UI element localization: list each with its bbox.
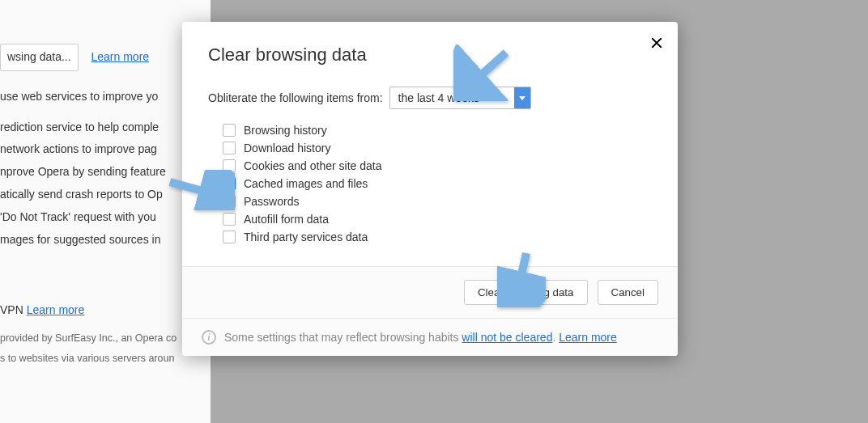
checkbox-passwords[interactable]: Passwords <box>223 195 652 208</box>
time-range-label: Obliterate the following items from: <box>208 91 383 104</box>
checkbox-input[interactable] <box>223 231 236 243</box>
modal-overlay: Clear browsing data Obliterate the follo… <box>0 0 868 423</box>
dialog-title: Clear browsing data <box>208 44 652 66</box>
close-icon <box>649 36 664 50</box>
will-not-be-cleared-link[interactable]: will not be cleared <box>462 331 552 344</box>
clear-options-list: Browsing history Download history Cookie… <box>223 124 652 243</box>
select-value: the last 4 weeks <box>398 91 479 104</box>
clear-browsing-data-dialog: Clear browsing data Obliterate the follo… <box>182 22 678 356</box>
time-range-select[interactable]: the last 4 weeks <box>389 87 531 109</box>
checkbox-label: Cached images and files <box>244 177 368 190</box>
info-prefix: Some settings that may reflect browsing … <box>224 331 462 344</box>
checkbox-label: Autofill form data <box>244 213 329 226</box>
checkbox-input[interactable] <box>223 124 236 137</box>
checkbox-cached-images[interactable]: Cached images and files <box>223 177 652 190</box>
dialog-info-bar: i Some settings that may reflect browsin… <box>182 318 678 356</box>
checkbox-label: Download history <box>244 142 330 154</box>
checkbox-autofill[interactable]: Autofill form data <box>223 213 652 226</box>
checkbox-label: Cookies and other site data <box>244 159 381 172</box>
close-button[interactable] <box>645 32 668 54</box>
checkbox-label: Browsing history <box>244 124 327 137</box>
cancel-button[interactable]: Cancel <box>598 280 659 305</box>
dialog-footer: Clear browsing data Cancel <box>182 266 678 318</box>
info-icon: i <box>202 330 216 345</box>
checkbox-label: Passwords <box>244 195 299 208</box>
checkbox-third-party[interactable]: Third party services data <box>223 231 652 243</box>
checkbox-input[interactable] <box>223 142 236 154</box>
clear-browsing-data-button[interactable]: Clear browsing data <box>464 280 588 305</box>
checkbox-browsing-history[interactable]: Browsing history <box>223 124 652 137</box>
checkbox-input[interactable] <box>223 213 236 226</box>
checkbox-input[interactable] <box>223 195 236 208</box>
checkbox-cookies[interactable]: Cookies and other site data <box>223 159 652 172</box>
checkbox-download-history[interactable]: Download history <box>223 142 652 154</box>
info-learn-more-link[interactable]: Learn more <box>559 331 617 344</box>
info-text: Some settings that may reflect browsing … <box>224 331 617 344</box>
chevron-down-icon <box>514 87 530 108</box>
checkbox-input[interactable] <box>223 177 236 190</box>
checkbox-label: Third party services data <box>244 231 368 243</box>
checkbox-input[interactable] <box>223 159 236 172</box>
